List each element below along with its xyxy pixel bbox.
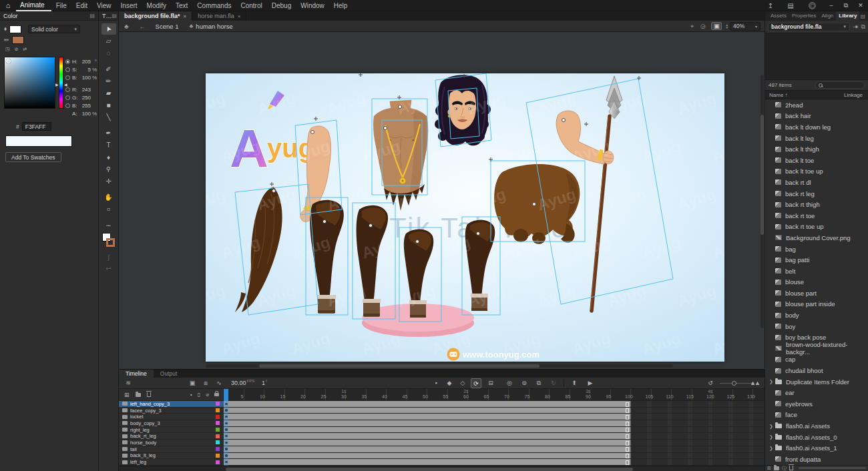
edit-multiple-frames-icon[interactable]: ⧉ (533, 378, 544, 388)
onion-skin-icon[interactable]: ◎ (504, 378, 515, 388)
stroke-pencil-icon[interactable]: ✏ (4, 37, 9, 43)
menu-item-control[interactable]: Control (236, 0, 267, 11)
stage-pasteboard[interactable]: Tik Tak Tooc A yug (119, 32, 765, 369)
frame-span[interactable] (224, 433, 631, 439)
timeline-layer-left-hand-copy-3[interactable]: left_hand_copy_3 (119, 401, 224, 408)
library-item-eyebrows[interactable]: eyebrows (765, 398, 868, 410)
swap-colors-icon[interactable]: ⇄ (23, 47, 27, 52)
timeline-layer-back-rt-leg[interactable]: back_rt_leg (119, 433, 224, 440)
timeline-layer-left-leg[interactable]: left_leg (119, 459, 224, 466)
tool-color-swatches[interactable] (101, 233, 116, 248)
stroke-color-swatch[interactable] (12, 36, 24, 44)
fps-value[interactable]: 30.00FPS (231, 379, 254, 386)
radio-button[interactable] (65, 87, 70, 92)
frame-span[interactable] (224, 446, 631, 452)
timeline-layer-facee-copy-3[interactable]: facee_copy_3 (119, 408, 224, 414)
library-item-back-rt-toe[interactable]: back rt toe (765, 210, 868, 221)
share-icon[interactable]: ↥ (761, 2, 781, 9)
fill-color-swatch[interactable] (9, 25, 21, 33)
clip-content-button[interactable]: ▣ (711, 22, 722, 30)
layer-outline-color[interactable] (216, 428, 220, 432)
library-footer-scrollbar[interactable] (799, 467, 866, 469)
hue-slider[interactable] (59, 57, 63, 109)
advanced-layers-icon[interactable]: ⧈ (200, 378, 211, 388)
library-item-back-rt-dl[interactable]: back rt dl (765, 177, 868, 188)
library-item-flash0-ai-assets-0[interactable]: ❯ flash0.ai Assets_0 (765, 432, 868, 443)
timeline-layer-right-leg[interactable]: right_leg (119, 427, 224, 434)
library-item-bag[interactable]: bag (765, 244, 868, 255)
timeline-zoom-fit-icon[interactable]: ▲▲ (749, 378, 760, 388)
library-item-chudail-bhoot[interactable]: chudail bhoot (765, 365, 868, 376)
picker-cursor[interactable] (6, 59, 11, 63)
frames-row-back-rt-leg[interactable] (224, 433, 765, 440)
document-tab-horse-man-fla[interactable]: horse man.fla× (192, 11, 246, 21)
layer-outline-color[interactable] (216, 460, 220, 464)
new-layer-icon[interactable]: ⊞ (124, 392, 130, 398)
panel-tab-align[interactable]: Align (819, 11, 836, 21)
tool-paint-bucket-tool[interactable]: ⬧ (101, 151, 116, 163)
color-value-r[interactable]: R: 243 (65, 85, 97, 93)
library-search-input[interactable] (815, 81, 865, 89)
menu-item-edit[interactable]: Edit (71, 0, 92, 11)
stage-horizontal-scrollbar[interactable] (206, 364, 673, 368)
library-item-duplicate-items-folder[interactable]: ❯ Duplicate Items Folder (765, 376, 868, 388)
library-item-back-lt-thigh[interactable]: back lt thigh (765, 143, 868, 155)
library-item-face[interactable]: face (765, 410, 868, 421)
layer-outline-color[interactable] (216, 454, 220, 458)
panel-tab-assets[interactable]: Assets (768, 11, 789, 21)
library-item-blouse[interactable]: blouse (765, 277, 868, 288)
play-button[interactable]: ▶ (585, 378, 596, 388)
frames-row-body-copy-3[interactable] (224, 420, 765, 427)
tool-lasso-tool[interactable]: ◌ (101, 47, 116, 59)
stage-vertical-scrollbar[interactable] (761, 75, 764, 328)
new-library-panel-icon[interactable]: ⧉ (861, 23, 865, 31)
menu-item-text[interactable]: Text (171, 0, 192, 11)
tool-free-transform-tool[interactable]: ▱ (101, 35, 116, 47)
frame-span[interactable] (224, 420, 631, 426)
library-item-2head[interactable]: 2head (765, 99, 868, 111)
timeline-tab-output[interactable]: Output (154, 370, 184, 378)
restore-button[interactable]: ⧉ (839, 0, 853, 11)
expand-arrow-icon[interactable]: ❯ (769, 424, 775, 429)
tool-pen-tool[interactable]: ✒ (101, 127, 116, 139)
reset-timeline-zoom-icon[interactable]: ↺ (705, 378, 716, 388)
timeline-layer-back-lt-leg[interactable]: back_lt_leg (119, 453, 224, 460)
frame-span[interactable] (224, 440, 631, 446)
breadcrumb-symbol[interactable]: human horse (196, 23, 232, 30)
frames-row-right-leg[interactable] (224, 427, 765, 434)
library-item-back-rt-toe-up[interactable]: back rt toe up (765, 221, 868, 233)
add-to-swatches-button[interactable]: Add To Swatches (5, 152, 61, 162)
library-item-flash0-ai-assets-1[interactable]: ❯ flash0.ai Assets_1 (765, 442, 868, 454)
playhead-line[interactable] (224, 401, 228, 466)
insert-blank-keyframe-icon[interactable]: ◇ (457, 378, 468, 388)
timeline-layer-locket[interactable]: locket (119, 414, 224, 420)
library-item-back-lt-toe-up[interactable]: back lt toe up (765, 166, 868, 177)
frames-row-left-leg[interactable] (224, 459, 765, 466)
no-color-icon[interactable]: ⊘ (15, 47, 19, 52)
timeline-tab-timeline[interactable]: Timeline (119, 370, 154, 378)
frames-row-horse-body[interactable] (224, 440, 765, 446)
saturation-brightness-picker[interactable] (4, 57, 55, 109)
outline-column-icon[interactable]: ▯ (198, 392, 200, 398)
tool-rectangle-tool[interactable]: ■ (101, 99, 116, 111)
panel-tab-library[interactable]: Library (836, 11, 859, 21)
menu-animate[interactable]: Animate (16, 0, 51, 11)
delete-layer-icon[interactable] (147, 392, 151, 397)
library-item-boy[interactable]: boy (765, 321, 868, 332)
tool-eraser-tool[interactable]: ▰ (101, 87, 116, 99)
color-value-h[interactable]: H: 205 ° (65, 57, 97, 65)
tool-hand-tool[interactable]: ✋ (101, 191, 116, 203)
new-symbol-icon[interactable]: ⊞ (767, 466, 771, 471)
timeline-layer-horse-body[interactable]: horse_body (119, 440, 224, 446)
hide-column-icon[interactable]: ⌀ (206, 392, 209, 398)
lock-column-icon[interactable] (214, 393, 219, 396)
delete-frame-icon[interactable]: ⊟ (485, 378, 496, 388)
radio-button[interactable] (65, 59, 70, 64)
layer-outline-color[interactable] (216, 440, 220, 444)
fill-bucket-icon[interactable]: ⬧ (4, 25, 7, 33)
color-value-b[interactable]: B: 255 (65, 101, 97, 109)
tool-asset-warp-tool[interactable]: ✛ (101, 175, 116, 187)
camera-icon[interactable]: ▣ (187, 378, 198, 388)
hex-input[interactable]: F3FAFF (22, 122, 51, 131)
frame-span[interactable] (224, 401, 631, 407)
